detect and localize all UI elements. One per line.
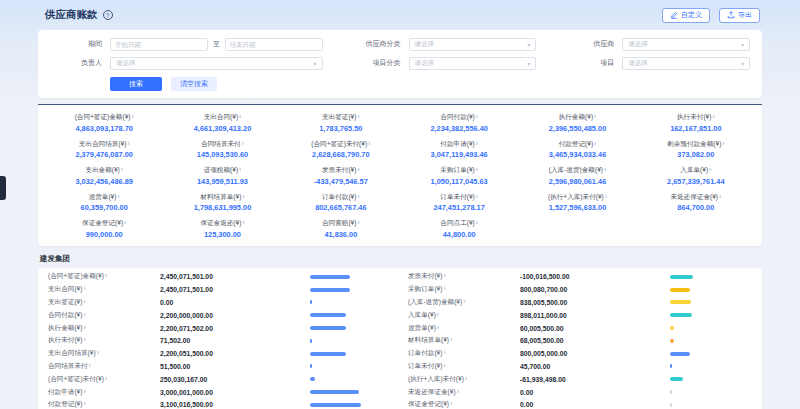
account-label[interactable]: 执行金额(¥)› <box>48 324 160 333</box>
metric-card[interactable]: (入库-退货)金额(¥)›2,596,980,061.46 <box>519 166 635 186</box>
supplier-category-label: 供应商分类 <box>349 39 401 49</box>
project-select[interactable]: 请选择 ▾ <box>622 57 750 70</box>
chevron-right-icon: › <box>722 140 724 147</box>
project-category-select[interactable]: 请选择 ▾ <box>409 57 537 70</box>
account-value: 60,005,500.00 <box>520 325 670 332</box>
group-left-column: (合同+签证)金额(¥)›2,450,071,501.00支出合同(¥)›2,4… <box>48 271 392 409</box>
account-label[interactable]: 订单未付(¥)› <box>408 362 520 371</box>
account-value: 800,005,000.00 <box>520 350 670 357</box>
export-button[interactable]: 导出 <box>719 8 760 23</box>
account-label[interactable]: (合同+签证)金额(¥)› <box>48 272 160 281</box>
metric-card[interactable]: 支出合同结算(¥)›2,379,476,087.00 <box>46 140 162 160</box>
account-label[interactable]: 支出合同结算(¥)› <box>48 349 160 358</box>
metric-card[interactable]: 付款登记(¥)›3,465,934,033.46 <box>519 140 635 160</box>
account-label[interactable]: 付款申请(¥)› <box>48 388 160 397</box>
customize-button[interactable]: 自定义 <box>662 8 710 23</box>
help-icon[interactable]: ? <box>103 10 113 20</box>
metric-card[interactable]: 支出金额(¥)›3,032,456,486.89 <box>46 166 162 186</box>
search-button[interactable]: 搜索 <box>110 77 162 91</box>
account-value: 2,200,000,000.00 <box>160 312 310 319</box>
metric-card[interactable]: 保证金返还(¥)›125,300.00 <box>164 219 280 239</box>
group-name[interactable]: 建发集团 <box>38 249 762 268</box>
supplier-category-select[interactable]: 请选择 ▾ <box>409 38 537 51</box>
account-label[interactable]: 采购订单(¥)› <box>408 285 520 294</box>
chevron-right-icon: › <box>476 140 478 147</box>
metric-card[interactable]: 合同索赔(¥)›41,836.00 <box>283 219 399 239</box>
metric-card[interactable]: 合同付款(¥)›2,234,382,556.40 <box>401 113 517 133</box>
account-label[interactable]: 材料结算单(¥)› <box>408 336 520 345</box>
account-label[interactable]: 订单付款(¥)› <box>408 349 520 358</box>
metric-label: 执行金额(¥)› <box>519 113 635 122</box>
metric-value: 60,359,700.00 <box>46 203 162 212</box>
account-label[interactable]: (入库-退货)金额(¥)› <box>408 298 520 307</box>
metric-card[interactable]: 支出合同(¥)›4,661,309,413.20 <box>164 113 280 133</box>
manager-select[interactable]: 请选择 ▾ <box>110 57 323 70</box>
metric-card[interactable]: 付款申请(¥)›3,047,119,493.46 <box>401 140 517 160</box>
account-value: 2,450,071,501.00 <box>160 286 310 293</box>
chevron-right-icon: › <box>437 311 439 318</box>
metric-card[interactable]: 保证金登记(¥)›990,000.00 <box>46 219 162 239</box>
chevron-right-icon: › <box>709 166 711 173</box>
select-placeholder: 请选择 <box>116 59 136 68</box>
metric-card[interactable]: 支出签证(¥)›1,783,765.50 <box>283 113 399 133</box>
account-label[interactable]: 支出签证(¥)› <box>48 298 160 307</box>
chevron-right-icon: › <box>357 113 359 120</box>
metric-value: 1,783,765.50 <box>283 124 399 133</box>
chevron-right-icon: › <box>83 285 85 292</box>
filter-manager: 负责人 请选择 ▾ <box>50 56 323 70</box>
account-row: 订单付款(¥)›800,005,000.00 <box>408 347 752 360</box>
metric-card[interactable]: (合同+签证)未付(¥)›2,628,668,790.70 <box>283 140 399 160</box>
metric-card[interactable]: 采购订单(¥)›1,050,117,045.63 <box>401 166 517 186</box>
metric-value: 864,700.00 <box>638 203 754 212</box>
chevron-right-icon: › <box>604 166 606 173</box>
metric-card[interactable]: 执行金额(¥)›2,396,550,485.00 <box>519 113 635 133</box>
metric-card[interactable]: 订单付款(¥)›802,665,767.46 <box>283 193 399 213</box>
account-row: 入库单(¥)›898,011,000.00 <box>408 309 752 322</box>
chevron-right-icon: › <box>117 193 119 200</box>
amount-bar <box>670 275 752 279</box>
supplier-select[interactable]: 请选择 ▾ <box>622 38 750 51</box>
account-label[interactable]: 合同付款(¥)› <box>48 311 160 320</box>
end-date-input[interactable] <box>225 38 323 51</box>
amount-bar <box>310 390 392 394</box>
metric-card[interactable]: 未返还保证金(¥)›864,700.00 <box>638 193 754 213</box>
account-label[interactable]: (执行+入库)未付(¥)› <box>408 375 520 384</box>
metric-card[interactable]: 合同点工(¥)›44,800.00 <box>401 219 517 239</box>
start-date-input[interactable] <box>110 38 208 51</box>
account-label[interactable]: 付款登记(¥)› <box>48 400 160 409</box>
account-value: 898,011,000.00 <box>520 312 670 319</box>
metric-card[interactable]: 剩余预付款金额(¥)›373,082.00 <box>638 140 754 160</box>
metric-card[interactable]: 入库单(¥)›2,657,339,761.44 <box>638 166 754 186</box>
metric-card[interactable]: 发票未付(¥)›-433,479,546.57 <box>283 166 399 186</box>
metric-card[interactable]: (合同+签证)金额(¥)›4,863,093,178.70 <box>46 113 162 133</box>
account-label[interactable]: 发票未付(¥)› <box>408 272 520 281</box>
metric-card[interactable]: 执行未付(¥)›162,167,851.00 <box>638 113 754 133</box>
filter-grid: 期间 至 供应商分类 请选择 ▾ 供应商 请选择 ▾ <box>50 37 750 70</box>
chevron-right-icon: › <box>357 166 359 173</box>
account-label[interactable]: 执行未付(¥)› <box>48 336 160 345</box>
metric-card[interactable]: 进项税额(¥)›143,959,511.93 <box>164 166 280 186</box>
chevron-right-icon: › <box>605 193 607 200</box>
account-label[interactable]: 支出合同(¥)› <box>48 285 160 294</box>
account-label[interactable]: 退货单(¥)› <box>408 324 520 333</box>
drawer-handle[interactable] <box>0 176 6 200</box>
account-label[interactable]: 保证金登记(¥)› <box>408 400 520 409</box>
account-row: 支出签证(¥)›0.00 <box>48 296 392 309</box>
metric-label: 订单未付(¥)› <box>401 193 517 202</box>
account-label[interactable]: 入库单(¥)› <box>408 311 520 320</box>
account-label[interactable]: (合同+签证)未付(¥)› <box>48 375 160 384</box>
clear-search-button[interactable]: 清空搜索 <box>171 77 217 91</box>
metric-card[interactable]: 合同结算未付›145,093,530.60 <box>164 140 280 160</box>
metric-card[interactable]: 材料结算单(¥)›1,798,631,995.00 <box>164 193 280 213</box>
metric-card[interactable]: (执行+入库)未付(¥)›1,527,596,633.00 <box>519 193 635 213</box>
metric-label: 付款申请(¥)› <box>401 140 517 149</box>
metric-value: 2,596,980,061.46 <box>519 177 635 186</box>
account-label[interactable]: 合同结算未付› <box>48 362 160 371</box>
account-value: -61,939,498.00 <box>520 376 670 383</box>
metric-value: 125,300.00 <box>164 230 280 239</box>
metric-card[interactable]: 退货单(¥)›60,359,700.00 <box>46 193 162 213</box>
chevron-right-icon: › <box>443 362 445 369</box>
metric-card[interactable]: 订单未付(¥)›247,451,278.17 <box>401 193 517 213</box>
account-value: 45,700.00 <box>520 363 670 370</box>
account-label[interactable]: 未返还保证金(¥)› <box>408 388 520 397</box>
